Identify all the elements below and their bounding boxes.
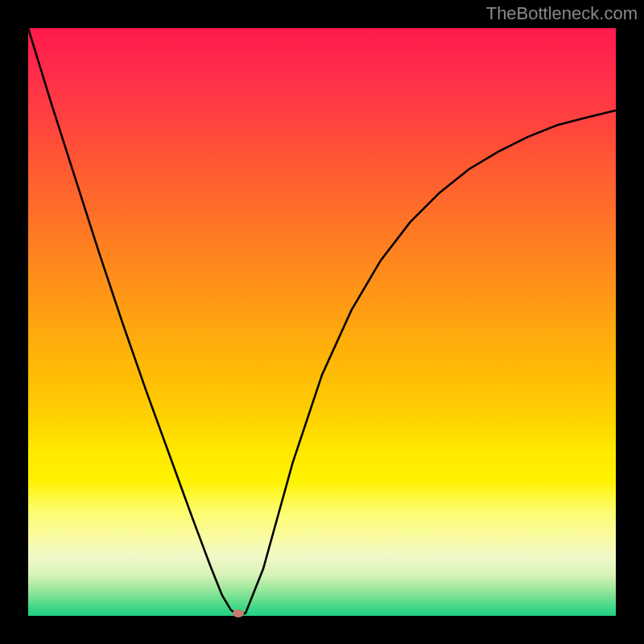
curve-line: [28, 28, 616, 616]
watermark-text: TheBottleneck.com: [486, 3, 638, 24]
curve-svg: [28, 28, 616, 616]
minimum-marker: [233, 609, 244, 617]
chart-plot-area: [28, 28, 616, 616]
